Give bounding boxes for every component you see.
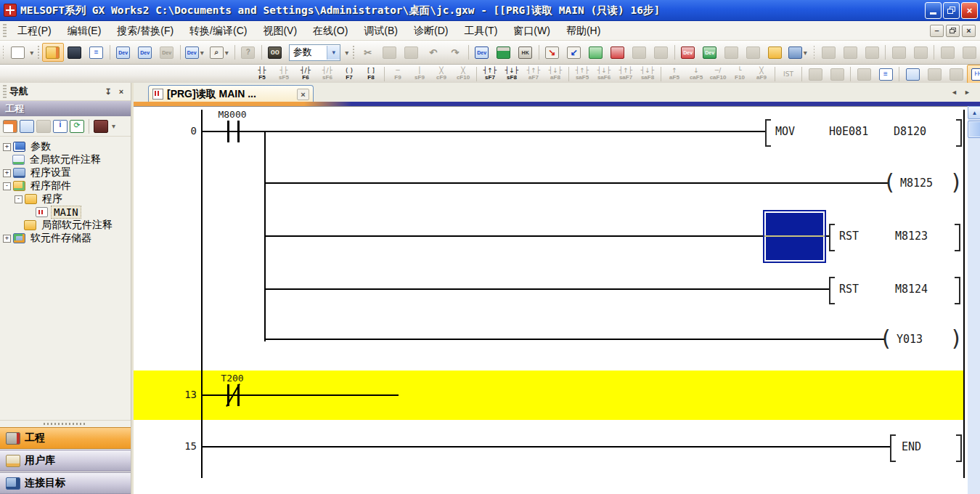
device-monitor-start-button[interactable]: Dev: [677, 43, 699, 62]
tree-item-program[interactable]: - 程序: [3, 193, 129, 206]
menu-view[interactable]: 视图(V): [255, 22, 305, 40]
paste-button[interactable]: [401, 43, 422, 62]
ladder-tool-caf5[interactable]: ↓caF5: [685, 65, 707, 84]
tab-project[interactable]: 工程: [0, 427, 131, 449]
tree-item-parameter[interactable]: + 参数: [3, 140, 129, 153]
device-memory-button[interactable]: Dev: [134, 43, 156, 62]
scrollbar-thumb[interactable]: [968, 121, 980, 138]
redo-button[interactable]: ↷: [444, 43, 466, 62]
ladder-tool-af9[interactable]: ╳aF9: [751, 65, 772, 84]
menu-online[interactable]: 在线(O): [305, 22, 356, 40]
connection-test-button[interactable]: [910, 43, 931, 62]
navigation-window-button[interactable]: [42, 43, 64, 62]
expand-icon[interactable]: +: [3, 169, 11, 177]
open-contact[interactable]: [237, 121, 240, 142]
display-connection-button[interactable]: ⊦⊦: [967, 65, 980, 84]
watch-window-button[interactable]: [888, 43, 910, 62]
tab-scroll-left-button[interactable]: ◄: [949, 87, 960, 97]
copy-data-button[interactable]: [20, 120, 34, 133]
ladder-tool-af7[interactable]: ┤↑├aF7: [523, 65, 544, 84]
tab-close-button[interactable]: ×: [297, 89, 309, 100]
mdi-minimize-button[interactable]: –: [930, 25, 944, 37]
monitor-write-mode-button[interactable]: [839, 43, 861, 62]
ladder-tool-f9[interactable]: ─F9: [387, 65, 409, 84]
ladder-tool-saf6[interactable]: ┤↓├saF6: [593, 65, 615, 84]
ladder-tool-f10[interactable]: └F10: [729, 65, 751, 84]
panel-close-button[interactable]: ×: [115, 86, 128, 97]
window-next-button[interactable]: [650, 43, 672, 62]
menu-project[interactable]: 工程(P): [9, 22, 60, 40]
ladder-tool-f8[interactable]: [ ]F8: [360, 65, 382, 84]
find-button[interactable]: oo: [264, 43, 286, 62]
ladder-tool-sf6[interactable]: ┤/├sF6: [317, 65, 338, 84]
tree-item-device-memory[interactable]: + 软元件存储器: [3, 232, 129, 245]
device-comment-button[interactable]: Dev: [113, 43, 134, 62]
panel-splitter[interactable]: [0, 420, 131, 426]
expand-icon[interactable]: +: [3, 143, 11, 151]
tree-item-global-comment[interactable]: 全局软元件注释: [3, 153, 129, 166]
restore-button[interactable]: [943, 2, 960, 19]
sort-button[interactable]: [94, 120, 108, 133]
ladder-tool-f7[interactable]: ( )F7: [338, 65, 360, 84]
data-transfer-button[interactable]: [764, 43, 786, 62]
vertical-scrollbar[interactable]: ▲: [968, 106, 980, 494]
rst-instruction[interactable]: RST: [839, 283, 859, 296]
find-coil-button[interactable]: [945, 65, 967, 84]
read-from-plc-button[interactable]: ↙: [563, 43, 585, 62]
monitor-stop-button[interactable]: [607, 43, 629, 62]
menu-help[interactable]: 帮助(H): [558, 22, 608, 40]
ladder-tool-saf8[interactable]: ┤↓├saF8: [637, 65, 658, 84]
plc-write-settings-button[interactable]: Dev: [471, 43, 493, 62]
plc-monitor-button[interactable]: [493, 43, 515, 62]
menu-find-replace[interactable]: 搜索/替换(F): [109, 22, 181, 40]
ladder-tool-caf10[interactable]: ─/caF10: [707, 65, 729, 84]
ladder-tool-saf7[interactable]: ┤↑├saF7: [615, 65, 637, 84]
find-combo[interactable]: 参数 ▾: [289, 44, 341, 61]
ladder-tool-af8[interactable]: ┤↓├aF8: [544, 65, 566, 84]
verify-with-plc-button[interactable]: [585, 43, 607, 62]
tab-connection-destination[interactable]: 连接目标: [0, 472, 131, 494]
write-to-plc-button[interactable]: ↘: [542, 43, 563, 62]
ladder-tool-sf9[interactable]: │sF9: [409, 65, 430, 84]
window-prev-button[interactable]: [629, 43, 650, 62]
menu-diagnostics[interactable]: 诊断(D): [406, 22, 456, 40]
device-search-button[interactable]: ⌕▾: [208, 43, 232, 62]
paste-data-button[interactable]: [36, 120, 51, 133]
new-project-button[interactable]: [7, 43, 28, 62]
toolbar-overflow-chevron[interactable]: ▾: [343, 49, 350, 57]
collapse-icon[interactable]: -: [15, 195, 23, 203]
window-cascade-button[interactable]: [721, 43, 743, 62]
mov-instruction[interactable]: MOV: [775, 125, 795, 138]
menu-tools[interactable]: 工具(T): [456, 22, 505, 40]
tab-user-library[interactable]: 用户库: [0, 450, 131, 471]
chevron-down-icon[interactable]: ▾: [110, 122, 117, 130]
help-button[interactable]: ?: [237, 43, 259, 62]
monitor-mode-button[interactable]: [817, 43, 839, 62]
statement-edit-button[interactable]: ≡: [875, 65, 897, 84]
copy-button[interactable]: [379, 43, 401, 62]
ladder-tool-sf5[interactable]: ┤├sF5: [273, 65, 295, 84]
tree-item-local-comment[interactable]: 局部软元件注释: [3, 219, 129, 232]
minimize-button[interactable]: [925, 2, 942, 19]
mov-source-operand[interactable]: H0E081: [829, 125, 868, 138]
content-list-button[interactable]: ≡: [86, 43, 107, 62]
tree-item-pou[interactable]: - 程序部件: [3, 179, 129, 193]
remote-screen-button[interactable]: ▾: [786, 43, 811, 62]
collapse-icon[interactable]: -: [3, 182, 11, 190]
read-ladder-block-button[interactable]: [826, 65, 848, 84]
coil-m8125[interactable]: M8125: [900, 177, 933, 190]
ladder-tool-saf5[interactable]: ┤↑├saF5: [571, 65, 593, 84]
undo-button[interactable]: ↶: [422, 43, 444, 62]
expand-icon[interactable]: +: [3, 235, 11, 243]
sampling-trace-stop-button[interactable]: [958, 43, 980, 62]
property-button[interactable]: i: [53, 120, 68, 133]
sampling-trace-button[interactable]: [936, 43, 958, 62]
ladder-editor-canvas[interactable]: 0 M8000 MOV H0E081 D8120 ( M8125 ): [134, 106, 968, 494]
open-contact[interactable]: [227, 121, 229, 142]
ladder-tool-ist[interactable]: IST: [777, 65, 799, 84]
find-contact-button[interactable]: [923, 65, 945, 84]
pulse-monitor-button[interactable]: [861, 43, 883, 62]
mdi-restore-button[interactable]: [946, 25, 960, 37]
menu-debug[interactable]: 调试(B): [356, 22, 406, 40]
ladder-tool-f5[interactable]: ┤├F5: [251, 65, 273, 84]
